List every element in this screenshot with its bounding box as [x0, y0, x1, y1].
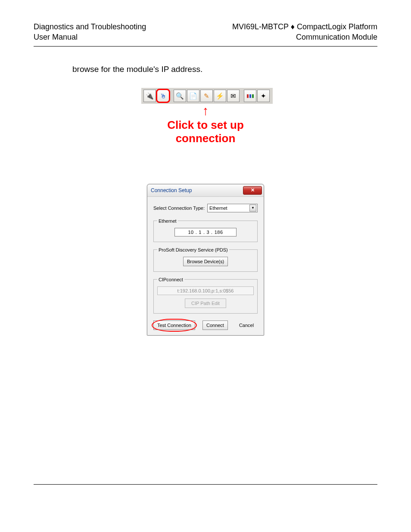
manual-page: Diagnostics and Troubleshooting User Man…	[0, 0, 411, 532]
document-icon[interactable]: 📄	[187, 90, 199, 102]
close-button[interactable]: ✕	[243, 186, 262, 195]
header-right: MVI69L-MBTCP ♦ CompactLogix Platform Com…	[232, 22, 377, 43]
test-connection-button[interactable]: Test Connection	[153, 320, 195, 330]
connection-type-value: Ethernet	[209, 205, 227, 211]
connect-button[interactable]: Connect	[202, 320, 228, 330]
cipconnect-legend: CIPconnect	[157, 277, 184, 282]
connection-setup-dialog: Connection Setup ✕ Select Connection Typ…	[147, 184, 264, 336]
toolbar: 🔌 🖱 🔍 📄 ✎ ⚡ ✉ ▮▮▮ ✦	[141, 88, 273, 104]
ip-octet-4: 186	[215, 230, 223, 235]
send-icon[interactable]: ✉	[227, 90, 240, 102]
ethernet-legend: Ethernet	[157, 218, 178, 224]
dialog-body: Select Connection Type: Ethernet ▼ Ether…	[147, 197, 264, 335]
page-header: Diagnostics and Troubleshooting User Man…	[34, 22, 377, 43]
connect-icon[interactable]: 🔌	[143, 90, 156, 102]
cip-path-value: t:192.168.0.100,p:1,s:0$56	[157, 286, 254, 295]
chevron-down-icon: ▼	[249, 205, 256, 212]
chart-icon[interactable]: ▮▮▮	[244, 90, 256, 102]
connection-type-select[interactable]: Ethernet ▼	[207, 204, 258, 212]
intro-text: browse for the module's IP address.	[72, 65, 377, 74]
annotation-arrow-icon: ↑	[141, 106, 270, 116]
ip-octet-3: 3	[206, 230, 209, 235]
header-left-line1: Diagnostics and Troubleshooting	[34, 22, 146, 32]
test-connection-highlight: Test Connection	[153, 320, 195, 330]
ip-octet-1: 10	[188, 230, 193, 235]
header-right-line1: MVI69L-MBTCP ♦ CompactLogix Platform	[232, 22, 377, 32]
ethernet-group: Ethernet 10. 1. 3. 186	[153, 218, 258, 242]
pds-group: ProSoft Discovery Service (PDS) Browse D…	[153, 247, 258, 272]
transfer-icon[interactable]: ⚡	[214, 90, 226, 102]
edit-icon[interactable]: ✎	[200, 90, 213, 102]
cancel-button[interactable]: Cancel	[235, 320, 258, 330]
connection-type-label: Select Connection Type:	[153, 205, 205, 211]
toolbar-figure: 🔌 🖱 🔍 📄 ✎ ⚡ ✉ ▮▮▮ ✦ ↑ Click to set up co…	[141, 88, 270, 145]
dialog-buttons-row: Test Connection Connect Cancel	[153, 319, 258, 330]
cip-path-edit-button[interactable]: CIP Path Edit	[185, 299, 226, 308]
annotation-text: Click to set up connection	[141, 118, 270, 145]
header-divider	[34, 46, 377, 47]
refresh-icon[interactable]: 🔍	[174, 90, 186, 102]
ip-octet-2: 1	[199, 230, 202, 235]
ip-address-input[interactable]: 10. 1. 3. 186	[174, 228, 237, 236]
header-left: Diagnostics and Troubleshooting User Man…	[34, 22, 146, 43]
browse-devices-button[interactable]: Browse Device(s)	[183, 257, 228, 266]
cipconnect-group: CIPconnect t:192.168.0.100,p:1,s:0$56 CI…	[153, 277, 258, 314]
header-left-line2: User Manual	[34, 32, 146, 42]
tools-icon[interactable]: ✦	[257, 90, 270, 102]
dialog-titlebar: Connection Setup ✕	[147, 184, 264, 197]
close-icon: ✕	[251, 187, 255, 193]
header-right-line2: Communication Module	[232, 32, 377, 42]
footer-divider	[34, 484, 377, 485]
pds-legend: ProSoft Discovery Service (PDS)	[157, 247, 229, 252]
setup-connection-icon[interactable]: 🖱	[157, 90, 169, 102]
dialog-title: Connection Setup	[151, 187, 243, 193]
connection-type-row: Select Connection Type: Ethernet ▼	[153, 204, 258, 212]
